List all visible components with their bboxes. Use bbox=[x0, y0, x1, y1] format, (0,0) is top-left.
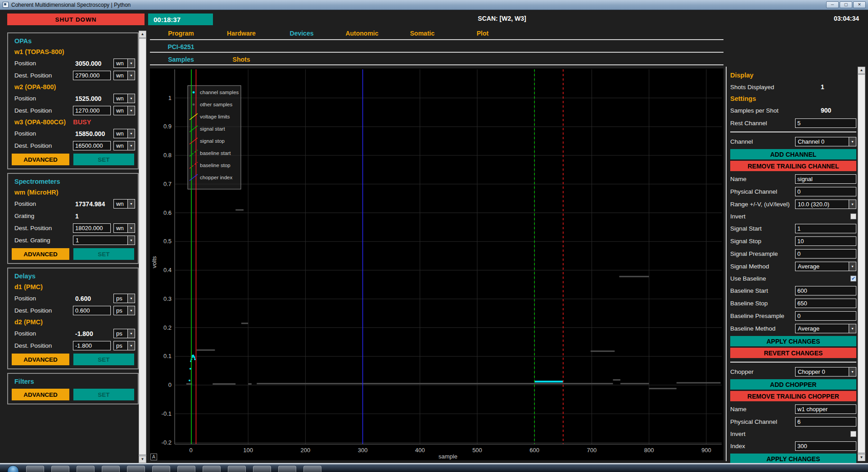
setting-select[interactable]: 10.0 (320.0)▼ bbox=[795, 200, 856, 209]
taskbar-icon[interactable] bbox=[77, 466, 95, 472]
scrollbar-thumb[interactable] bbox=[858, 74, 865, 453]
units-select-value: ps bbox=[116, 307, 122, 314]
advanced-button[interactable]: ADVANCED bbox=[12, 389, 69, 400]
taskbar-icon[interactable] bbox=[278, 466, 296, 472]
units-select[interactable]: wn▼ bbox=[113, 71, 135, 80]
units-select[interactable]: ps▼ bbox=[113, 341, 135, 350]
add-chopper-button[interactable]: ADD CHOPPER bbox=[730, 379, 856, 390]
settings-row: Invert bbox=[730, 210, 856, 222]
set-button[interactable]: SET bbox=[73, 354, 134, 365]
scroll-down-arrow[interactable]: ▼ bbox=[139, 456, 146, 463]
y-axis-label: volts bbox=[151, 256, 158, 268]
setting-input[interactable] bbox=[795, 286, 856, 295]
units-select[interactable]: wn▼ bbox=[113, 199, 135, 209]
setting-input[interactable] bbox=[795, 417, 856, 427]
setting-input[interactable] bbox=[795, 404, 856, 414]
set-button[interactable]: SET bbox=[73, 389, 134, 400]
taskbar-icon[interactable] bbox=[152, 466, 170, 472]
units-select[interactable]: wn▼ bbox=[113, 106, 135, 115]
start-button[interactable] bbox=[7, 465, 19, 472]
setting-input[interactable] bbox=[795, 299, 856, 308]
setting-input[interactable] bbox=[795, 441, 856, 451]
field-input[interactable] bbox=[73, 341, 111, 350]
setting-value: 900 bbox=[818, 107, 856, 114]
subtab-shots[interactable]: Shots bbox=[211, 56, 271, 63]
taskbar-icon[interactable] bbox=[253, 466, 271, 472]
use-baseline-checkbox[interactable]: ✔ bbox=[850, 276, 856, 281]
field-select[interactable]: 1▼ bbox=[73, 236, 135, 245]
tab-program[interactable]: Program bbox=[151, 30, 211, 37]
units-select[interactable]: ps▼ bbox=[113, 294, 135, 303]
scrollbar-thumb[interactable] bbox=[139, 38, 146, 455]
units-select[interactable]: wn▼ bbox=[113, 94, 135, 103]
tab-autonomic[interactable]: Autonomic bbox=[332, 30, 392, 37]
scroll-down-arrow[interactable]: ▼ bbox=[858, 454, 865, 461]
setting-select[interactable]: Average▼ bbox=[795, 262, 856, 271]
setting-input[interactable] bbox=[795, 187, 856, 196]
advanced-button[interactable]: ADVANCED bbox=[12, 354, 69, 365]
setting-input[interactable] bbox=[795, 311, 856, 321]
taskbar-icon[interactable] bbox=[127, 466, 145, 472]
setting-select[interactable]: Chopper 0▼ bbox=[795, 367, 856, 377]
scroll-up-arrow[interactable]: ▲ bbox=[139, 31, 146, 38]
taskbar-icon[interactable] bbox=[26, 466, 44, 472]
tab-somatic[interactable]: Somatic bbox=[392, 30, 452, 37]
maximize-button[interactable]: ▢ bbox=[840, 1, 852, 8]
setting-input[interactable] bbox=[795, 249, 856, 259]
field-input[interactable] bbox=[73, 106, 111, 115]
advanced-button[interactable]: ADVANCED bbox=[12, 248, 69, 260]
apply-changes-button[interactable]: APPLY CHANGES bbox=[730, 336, 856, 346]
units-select[interactable]: ps▼ bbox=[113, 306, 135, 315]
add-channel-button[interactable]: ADD CHANNEL bbox=[730, 149, 856, 159]
settings-scrollbar[interactable]: ▲ ▼ bbox=[858, 67, 865, 461]
device-tab-pci-6251[interactable]: PCI-6251 bbox=[151, 43, 211, 50]
units-select[interactable]: ps▼ bbox=[113, 329, 135, 338]
field-input[interactable] bbox=[73, 306, 111, 315]
apply-changes-button[interactable]: APPLY CHANGES bbox=[730, 454, 856, 464]
taskbar-icon[interactable] bbox=[51, 466, 69, 472]
taskbar-icon[interactable] bbox=[303, 466, 321, 472]
field-select-value: 1 bbox=[76, 237, 79, 244]
taskbar-icon[interactable] bbox=[228, 466, 246, 472]
remove-trailing-chopper-button[interactable]: REMOVE TRAILING CHOPPER bbox=[730, 391, 856, 401]
field-row: Position-1.800ps▼ bbox=[11, 327, 135, 340]
device-underline bbox=[150, 52, 723, 53]
tab-devices[interactable]: Devices bbox=[271, 30, 332, 37]
plot-canvas[interactable]: -0.2-0.100.10.20.30.40.50.60.70.80.91010… bbox=[150, 68, 723, 460]
setting-input[interactable] bbox=[795, 174, 856, 184]
taskbar-icon[interactable] bbox=[102, 466, 120, 472]
remove-trailing-channel-button[interactable]: REMOVE TRAILING CHANNEL bbox=[730, 161, 856, 171]
invert-checkbox[interactable] bbox=[850, 213, 856, 219]
setting-input[interactable] bbox=[795, 118, 856, 128]
set-button[interactable]: SET bbox=[73, 154, 134, 165]
shut-down-button[interactable]: SHUT DOWN bbox=[7, 14, 145, 25]
setting-input[interactable] bbox=[795, 224, 856, 233]
tab-hardware[interactable]: Hardware bbox=[211, 30, 271, 37]
field-input[interactable] bbox=[73, 141, 111, 150]
minimize-button[interactable]: ─ bbox=[826, 1, 839, 8]
field-input[interactable] bbox=[73, 223, 111, 233]
legend-label: signal start bbox=[200, 126, 225, 132]
revert-changes-button[interactable]: REVERT CHANGES bbox=[730, 348, 856, 358]
scroll-up-arrow[interactable]: ▲ bbox=[858, 67, 865, 74]
field-input[interactable] bbox=[73, 71, 111, 80]
close-button[interactable]: ✕ bbox=[853, 1, 866, 8]
units-select[interactable]: wn▼ bbox=[113, 59, 135, 68]
autorange-button[interactable]: A bbox=[150, 454, 157, 460]
subtab-samples[interactable]: Samples bbox=[151, 56, 211, 63]
invert-checkbox[interactable] bbox=[850, 431, 856, 437]
settings-row: Samples per Shot900 bbox=[730, 104, 856, 117]
setting-select[interactable]: Average▼ bbox=[795, 324, 856, 333]
main-scrollbar[interactable]: ▲ ▼ bbox=[139, 31, 146, 463]
set-button[interactable]: SET bbox=[73, 248, 134, 260]
tab-plot[interactable]: Plot bbox=[452, 30, 513, 37]
legend-label: channel samples bbox=[200, 90, 239, 95]
setting-input[interactable] bbox=[795, 236, 856, 246]
setting-select[interactable]: Channel 0▼ bbox=[795, 137, 856, 146]
units-select[interactable]: wn▼ bbox=[113, 129, 135, 138]
units-select[interactable]: wn▼ bbox=[113, 141, 135, 150]
taskbar-icon[interactable] bbox=[177, 466, 195, 472]
taskbar-icon[interactable] bbox=[203, 466, 221, 472]
units-select[interactable]: wn▼ bbox=[113, 223, 135, 233]
advanced-button[interactable]: ADVANCED bbox=[12, 154, 69, 165]
